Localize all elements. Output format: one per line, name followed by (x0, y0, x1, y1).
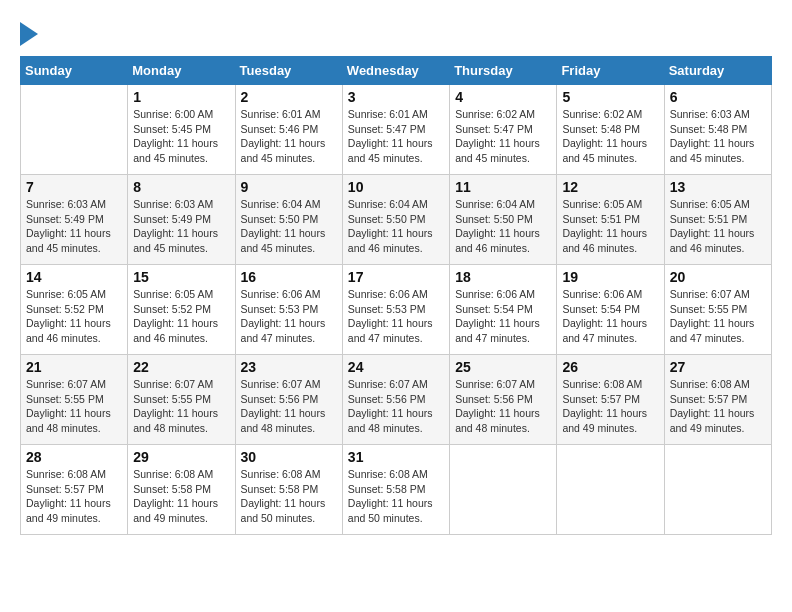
day-info: Sunrise: 6:03 AM Sunset: 5:48 PM Dayligh… (670, 107, 766, 166)
day-number: 10 (348, 179, 444, 195)
calendar-cell: 13Sunrise: 6:05 AM Sunset: 5:51 PM Dayli… (664, 175, 771, 265)
calendar-table: SundayMondayTuesdayWednesdayThursdayFrid… (20, 56, 772, 535)
day-info: Sunrise: 6:06 AM Sunset: 5:54 PM Dayligh… (562, 287, 658, 346)
calendar-cell: 10Sunrise: 6:04 AM Sunset: 5:50 PM Dayli… (342, 175, 449, 265)
calendar-cell: 16Sunrise: 6:06 AM Sunset: 5:53 PM Dayli… (235, 265, 342, 355)
day-number: 16 (241, 269, 337, 285)
day-info: Sunrise: 6:06 AM Sunset: 5:54 PM Dayligh… (455, 287, 551, 346)
calendar-cell (450, 445, 557, 535)
day-number: 22 (133, 359, 229, 375)
calendar-cell: 30Sunrise: 6:08 AM Sunset: 5:58 PM Dayli… (235, 445, 342, 535)
calendar-week-row: 28Sunrise: 6:08 AM Sunset: 5:57 PM Dayli… (21, 445, 772, 535)
calendar-cell: 7Sunrise: 6:03 AM Sunset: 5:49 PM Daylig… (21, 175, 128, 265)
day-number: 6 (670, 89, 766, 105)
calendar-cell: 29Sunrise: 6:08 AM Sunset: 5:58 PM Dayli… (128, 445, 235, 535)
day-info: Sunrise: 6:04 AM Sunset: 5:50 PM Dayligh… (241, 197, 337, 256)
calendar-cell (557, 445, 664, 535)
calendar-cell: 18Sunrise: 6:06 AM Sunset: 5:54 PM Dayli… (450, 265, 557, 355)
day-number: 15 (133, 269, 229, 285)
calendar-cell: 5Sunrise: 6:02 AM Sunset: 5:48 PM Daylig… (557, 85, 664, 175)
calendar-cell: 15Sunrise: 6:05 AM Sunset: 5:52 PM Dayli… (128, 265, 235, 355)
day-info: Sunrise: 6:05 AM Sunset: 5:52 PM Dayligh… (26, 287, 122, 346)
calendar-cell: 2Sunrise: 6:01 AM Sunset: 5:46 PM Daylig… (235, 85, 342, 175)
day-info: Sunrise: 6:01 AM Sunset: 5:46 PM Dayligh… (241, 107, 337, 166)
header-sunday: Sunday (21, 57, 128, 85)
calendar-cell: 28Sunrise: 6:08 AM Sunset: 5:57 PM Dayli… (21, 445, 128, 535)
day-number: 23 (241, 359, 337, 375)
calendar-cell: 23Sunrise: 6:07 AM Sunset: 5:56 PM Dayli… (235, 355, 342, 445)
calendar-cell: 14Sunrise: 6:05 AM Sunset: 5:52 PM Dayli… (21, 265, 128, 355)
day-info: Sunrise: 6:08 AM Sunset: 5:58 PM Dayligh… (241, 467, 337, 526)
day-number: 26 (562, 359, 658, 375)
day-number: 19 (562, 269, 658, 285)
page-header (20, 20, 772, 46)
calendar-cell: 11Sunrise: 6:04 AM Sunset: 5:50 PM Dayli… (450, 175, 557, 265)
logo-arrow-icon (20, 22, 38, 46)
day-info: Sunrise: 6:02 AM Sunset: 5:48 PM Dayligh… (562, 107, 658, 166)
day-number: 27 (670, 359, 766, 375)
header-friday: Friday (557, 57, 664, 85)
day-number: 21 (26, 359, 122, 375)
day-number: 24 (348, 359, 444, 375)
calendar-cell: 21Sunrise: 6:07 AM Sunset: 5:55 PM Dayli… (21, 355, 128, 445)
calendar-cell: 12Sunrise: 6:05 AM Sunset: 5:51 PM Dayli… (557, 175, 664, 265)
calendar-week-row: 14Sunrise: 6:05 AM Sunset: 5:52 PM Dayli… (21, 265, 772, 355)
day-info: Sunrise: 6:00 AM Sunset: 5:45 PM Dayligh… (133, 107, 229, 166)
day-info: Sunrise: 6:05 AM Sunset: 5:52 PM Dayligh… (133, 287, 229, 346)
header-monday: Monday (128, 57, 235, 85)
day-number: 12 (562, 179, 658, 195)
calendar-cell: 19Sunrise: 6:06 AM Sunset: 5:54 PM Dayli… (557, 265, 664, 355)
calendar-cell: 22Sunrise: 6:07 AM Sunset: 5:55 PM Dayli… (128, 355, 235, 445)
day-number: 1 (133, 89, 229, 105)
day-number: 3 (348, 89, 444, 105)
day-number: 5 (562, 89, 658, 105)
calendar-cell (664, 445, 771, 535)
calendar-cell: 8Sunrise: 6:03 AM Sunset: 5:49 PM Daylig… (128, 175, 235, 265)
day-number: 4 (455, 89, 551, 105)
day-number: 18 (455, 269, 551, 285)
day-info: Sunrise: 6:07 AM Sunset: 5:56 PM Dayligh… (241, 377, 337, 436)
day-info: Sunrise: 6:05 AM Sunset: 5:51 PM Dayligh… (562, 197, 658, 256)
calendar-cell: 31Sunrise: 6:08 AM Sunset: 5:58 PM Dayli… (342, 445, 449, 535)
calendar-cell: 9Sunrise: 6:04 AM Sunset: 5:50 PM Daylig… (235, 175, 342, 265)
calendar-cell: 6Sunrise: 6:03 AM Sunset: 5:48 PM Daylig… (664, 85, 771, 175)
day-number: 28 (26, 449, 122, 465)
calendar-week-row: 7Sunrise: 6:03 AM Sunset: 5:49 PM Daylig… (21, 175, 772, 265)
header-thursday: Thursday (450, 57, 557, 85)
day-number: 9 (241, 179, 337, 195)
day-info: Sunrise: 6:08 AM Sunset: 5:58 PM Dayligh… (348, 467, 444, 526)
day-info: Sunrise: 6:05 AM Sunset: 5:51 PM Dayligh… (670, 197, 766, 256)
day-info: Sunrise: 6:04 AM Sunset: 5:50 PM Dayligh… (455, 197, 551, 256)
calendar-cell: 24Sunrise: 6:07 AM Sunset: 5:56 PM Dayli… (342, 355, 449, 445)
calendar-cell: 20Sunrise: 6:07 AM Sunset: 5:55 PM Dayli… (664, 265, 771, 355)
day-info: Sunrise: 6:07 AM Sunset: 5:55 PM Dayligh… (133, 377, 229, 436)
calendar-week-row: 1Sunrise: 6:00 AM Sunset: 5:45 PM Daylig… (21, 85, 772, 175)
day-info: Sunrise: 6:08 AM Sunset: 5:57 PM Dayligh… (670, 377, 766, 436)
header-tuesday: Tuesday (235, 57, 342, 85)
calendar-cell: 17Sunrise: 6:06 AM Sunset: 5:53 PM Dayli… (342, 265, 449, 355)
day-number: 2 (241, 89, 337, 105)
day-info: Sunrise: 6:08 AM Sunset: 5:57 PM Dayligh… (26, 467, 122, 526)
calendar-cell: 3Sunrise: 6:01 AM Sunset: 5:47 PM Daylig… (342, 85, 449, 175)
day-number: 30 (241, 449, 337, 465)
day-info: Sunrise: 6:03 AM Sunset: 5:49 PM Dayligh… (26, 197, 122, 256)
day-number: 25 (455, 359, 551, 375)
day-number: 20 (670, 269, 766, 285)
day-info: Sunrise: 6:07 AM Sunset: 5:55 PM Dayligh… (26, 377, 122, 436)
day-info: Sunrise: 6:07 AM Sunset: 5:56 PM Dayligh… (348, 377, 444, 436)
day-number: 14 (26, 269, 122, 285)
header-wednesday: Wednesday (342, 57, 449, 85)
day-number: 31 (348, 449, 444, 465)
header-saturday: Saturday (664, 57, 771, 85)
day-info: Sunrise: 6:06 AM Sunset: 5:53 PM Dayligh… (348, 287, 444, 346)
day-number: 11 (455, 179, 551, 195)
day-info: Sunrise: 6:08 AM Sunset: 5:57 PM Dayligh… (562, 377, 658, 436)
day-info: Sunrise: 6:02 AM Sunset: 5:47 PM Dayligh… (455, 107, 551, 166)
day-number: 13 (670, 179, 766, 195)
calendar-cell (21, 85, 128, 175)
day-info: Sunrise: 6:07 AM Sunset: 5:56 PM Dayligh… (455, 377, 551, 436)
day-number: 7 (26, 179, 122, 195)
calendar-header-row: SundayMondayTuesdayWednesdayThursdayFrid… (21, 57, 772, 85)
calendar-cell: 26Sunrise: 6:08 AM Sunset: 5:57 PM Dayli… (557, 355, 664, 445)
day-info: Sunrise: 6:04 AM Sunset: 5:50 PM Dayligh… (348, 197, 444, 256)
